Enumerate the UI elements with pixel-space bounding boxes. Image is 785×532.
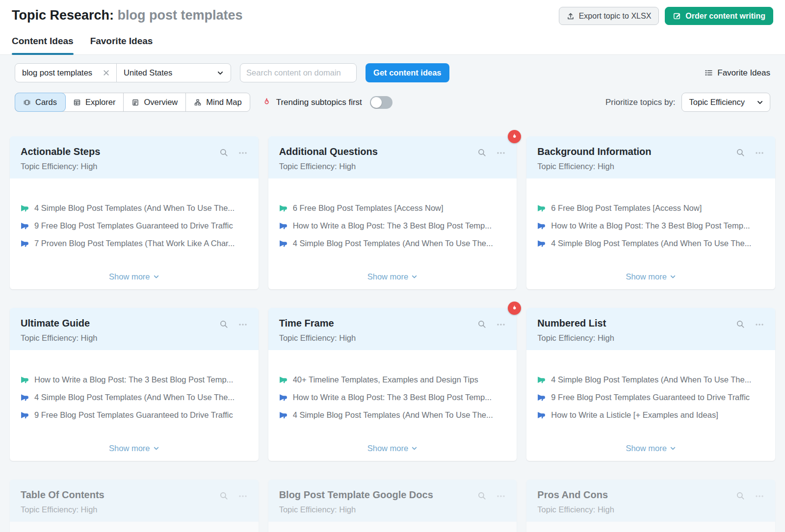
idea-item[interactable]: 4 Simple Blog Post Templates (And When T… [537, 375, 764, 385]
card-title[interactable]: Numbered List [537, 318, 614, 329]
card-body: 40+ Timeline Templates, Examples and Des… [268, 350, 517, 461]
more-options-icon[interactable] [238, 148, 248, 158]
more-options-icon[interactable] [496, 491, 506, 501]
idea-title[interactable]: 6 Free Blog Post Templates [Access Now] [293, 203, 444, 213]
view-overview-button[interactable]: Overview [124, 93, 186, 111]
card-title[interactable]: Blog Post Template Google Docs [279, 489, 433, 501]
idea-item[interactable]: 4 Simple Blog Post Templates (And When T… [279, 238, 506, 249]
trending-toggle[interactable] [370, 96, 392, 109]
card-title[interactable]: Ultimate Guide [21, 318, 98, 329]
idea-item[interactable]: 9 Free Blog Post Templates Guaranteed to… [21, 410, 248, 420]
search-icon[interactable] [477, 148, 486, 157]
idea-title[interactable]: How to Write a Blog Post: The 3 Best Blo… [293, 221, 492, 231]
idea-item[interactable]: 9 Free Blog Post Templates Guaranteed to… [537, 392, 764, 403]
show-more-link[interactable]: Show more [367, 444, 418, 454]
export-xlsx-button[interactable]: Export topic to XLSX [559, 7, 659, 25]
search-icon[interactable] [219, 491, 228, 500]
card-title[interactable]: Time Frame [279, 318, 356, 329]
megaphone-icon [21, 393, 29, 402]
prioritize-control: Prioritize topics by: Topic Efficiency [605, 93, 770, 112]
idea-item[interactable]: How to Write a Blog Post: The 3 Best Blo… [21, 375, 248, 385]
idea-item[interactable]: 7 Proven Blog Post Templates (That Work … [21, 238, 248, 249]
keyword-country-control: blog post templates United States [15, 63, 231, 82]
topic-card: Table Of ContentsTopic Efficiency: High [10, 480, 259, 532]
idea-item[interactable]: How to Write a Blog Post: The 3 Best Blo… [279, 221, 506, 231]
idea-title[interactable]: How to Write a Blog Post: The 3 Best Blo… [551, 221, 750, 231]
show-more-link[interactable]: Show more [626, 272, 676, 282]
card-body: 6 Free Blog Post Templates [Access Now]H… [526, 178, 775, 289]
topic-card: Background InformationTopic Efficiency: … [526, 136, 775, 289]
card-title[interactable]: Actionable Steps [21, 146, 100, 157]
more-options-icon[interactable] [238, 491, 248, 501]
idea-item[interactable]: 6 Free Blog Post Templates [Access Now] [537, 203, 764, 213]
idea-item[interactable]: 4 Simple Blog Post Templates (And When T… [537, 238, 764, 249]
show-more-link[interactable]: Show more [626, 444, 676, 454]
more-options-icon[interactable] [238, 320, 248, 329]
view-cards-button[interactable]: Cards [15, 93, 65, 111]
idea-item[interactable]: 40+ Timeline Templates, Examples and Des… [279, 375, 506, 385]
show-more-link[interactable]: Show more [109, 444, 159, 454]
megaphone-icon [279, 204, 288, 212]
country-select[interactable]: United States [117, 64, 231, 82]
show-more-label: Show more [626, 444, 666, 453]
search-icon[interactable] [736, 320, 745, 329]
megaphone-icon [279, 393, 288, 402]
more-options-icon[interactable] [755, 320, 764, 329]
idea-title[interactable]: 7 Proven Blog Post Templates (That Work … [34, 238, 235, 249]
order-content-writing-button[interactable]: Order content writing [665, 7, 773, 25]
prioritize-select[interactable]: Topic Efficiency [681, 93, 770, 112]
idea-title[interactable]: 4 Simple Blog Post Templates (And When T… [551, 238, 751, 249]
idea-title[interactable]: 4 Simple Blog Post Templates (And When T… [34, 203, 235, 213]
idea-title[interactable]: How to Write a Blog Post: The 3 Best Blo… [34, 375, 233, 385]
card-title[interactable]: Pros And Cons [537, 489, 614, 501]
search-icon[interactable] [219, 148, 228, 157]
get-content-ideas-button[interactable]: Get content ideas [366, 63, 449, 82]
idea-title[interactable]: 9 Free Blog Post Templates Guaranteed to… [34, 410, 233, 420]
view-mindmap-button[interactable]: Mind Map [186, 93, 249, 111]
favorite-ideas-link[interactable]: Favorite Ideas [705, 68, 770, 78]
keyword-text[interactable]: blog post templates [22, 68, 92, 77]
view-explorer-button[interactable]: Explorer [65, 93, 124, 111]
idea-item[interactable]: 4 Simple Blog Post Templates (And When T… [21, 392, 248, 403]
more-options-icon[interactable] [755, 148, 764, 158]
domain-search-input[interactable] [240, 63, 357, 82]
show-more-link[interactable]: Show more [109, 272, 159, 282]
more-options-icon[interactable] [496, 148, 506, 158]
show-more-link[interactable]: Show more [367, 272, 418, 282]
search-icon[interactable] [477, 320, 486, 329]
search-icon[interactable] [219, 320, 228, 329]
more-options-icon[interactable] [496, 320, 506, 329]
tab-content-ideas[interactable]: Content Ideas [12, 36, 74, 54]
idea-title[interactable]: 4 Simple Blog Post Templates (And When T… [293, 238, 493, 249]
idea-item[interactable]: 4 Simple Blog Post Templates (And When T… [21, 203, 248, 213]
card-title[interactable]: Additional Questions [279, 146, 378, 157]
search-icon[interactable] [736, 491, 745, 500]
view-mindmap-label: Mind Map [206, 98, 241, 107]
card-title[interactable]: Background Information [537, 146, 651, 157]
clear-keyword-icon[interactable] [103, 70, 109, 76]
card-efficiency: Topic Efficiency: High [279, 333, 356, 343]
idea-title[interactable]: 9 Free Blog Post Templates Guaranteed to… [34, 221, 233, 231]
card-title[interactable]: Table Of Contents [21, 489, 105, 501]
tab-favorite-ideas[interactable]: Favorite Ideas [90, 36, 153, 54]
idea-item[interactable]: 9 Free Blog Post Templates Guaranteed to… [21, 221, 248, 231]
more-options-icon[interactable] [755, 491, 764, 501]
megaphone-icon [537, 204, 546, 212]
search-icon[interactable] [736, 148, 745, 157]
idea-title[interactable]: 9 Free Blog Post Templates Guaranteed to… [551, 392, 750, 403]
tab-bar: Content Ideas Favorite Ideas [12, 36, 773, 54]
idea-title[interactable]: 4 Simple Blog Post Templates (And When T… [34, 392, 235, 403]
search-icon[interactable] [477, 491, 486, 500]
idea-item[interactable]: How to Write a Listicle [+ Examples and … [537, 410, 764, 420]
idea-title[interactable]: 40+ Timeline Templates, Examples and Des… [293, 375, 478, 385]
megaphone-icon [279, 222, 288, 230]
idea-item[interactable]: 4 Simple Blog Post Templates (And When T… [279, 410, 506, 420]
idea-item[interactable]: 6 Free Blog Post Templates [Access Now] [279, 203, 506, 213]
idea-item[interactable]: How to Write a Blog Post: The 3 Best Blo… [537, 221, 764, 231]
idea-title[interactable]: How to Write a Listicle [+ Examples and … [551, 410, 718, 420]
idea-title[interactable]: 6 Free Blog Post Templates [Access Now] [551, 203, 702, 213]
idea-title[interactable]: How to Write a Blog Post: The 3 Best Blo… [293, 392, 492, 403]
idea-item[interactable]: How to Write a Blog Post: The 3 Best Blo… [279, 392, 506, 403]
idea-title[interactable]: 4 Simple Blog Post Templates (And When T… [551, 375, 751, 385]
idea-title[interactable]: 4 Simple Blog Post Templates (And When T… [293, 410, 493, 420]
